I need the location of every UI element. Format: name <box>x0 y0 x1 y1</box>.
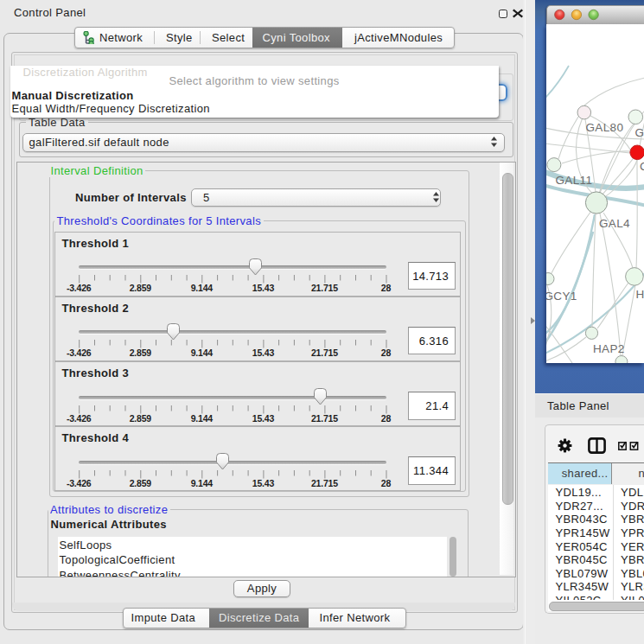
svg-text:GAL11: GAL11 <box>555 174 592 187</box>
svg-text:H: H <box>635 287 644 300</box>
svg-text:C: C <box>640 159 644 172</box>
svg-text:HAP2: HAP2 <box>593 341 625 354</box>
svg-text:GAL4: GAL4 <box>599 217 630 230</box>
svg-text:GCY1: GCY1 <box>546 289 577 302</box>
svg-text:GAL80: GAL80 <box>585 120 623 133</box>
svg-text:GA: GA <box>634 125 644 138</box>
